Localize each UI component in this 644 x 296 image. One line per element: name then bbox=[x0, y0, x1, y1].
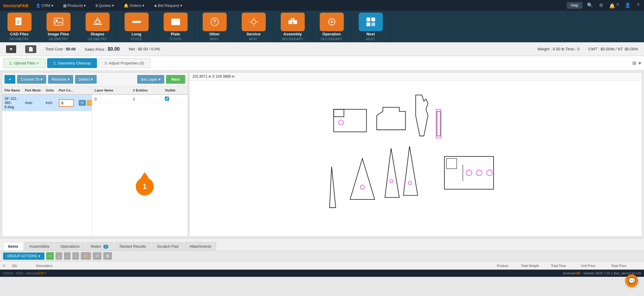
footer-version: SecturaFAB - Version 2024.7.25.1 [kec_de… bbox=[563, 271, 641, 275]
refresh-button[interactable]: ↺ bbox=[93, 252, 101, 260]
svg-rect-8 bbox=[96, 20, 99, 24]
tab-scratch-pad[interactable]: Scratch Pad bbox=[152, 242, 183, 250]
tab-attachments[interactable]: Attachments bbox=[184, 242, 216, 250]
remove-button[interactable]: Remove ▾ bbox=[48, 75, 73, 84]
group-actions-button[interactable]: GROUP ACTIONS ▾ bbox=[3, 253, 44, 260]
brand-logo[interactable]: SecturaFAB bbox=[3, 3, 29, 8]
bid-icon: ◈ bbox=[154, 3, 157, 8]
cat-other[interactable]: ? Other MISC bbox=[195, 11, 234, 42]
dropdown-arrow-button[interactable]: ▼ bbox=[6, 45, 16, 53]
nav-quotes[interactable]: $ Quotes ▾ bbox=[93, 2, 116, 9]
total-cost: Total Cost : $0.00 bbox=[45, 47, 76, 51]
add-row-button[interactable]: + bbox=[46, 252, 54, 260]
cat-image-files[interactable]: Image Files GEOMETRY bbox=[39, 11, 78, 42]
cost-bar: ▼ 📄 Total Cost : $0.00 Sales Price : $0.… bbox=[0, 42, 644, 56]
chevron-down-icon[interactable]: ▾ bbox=[639, 60, 641, 66]
bolt-row-button[interactable]: ⚡ bbox=[87, 100, 92, 106]
nest-icon bbox=[359, 13, 383, 31]
col-actions bbox=[76, 86, 92, 94]
settings-icon[interactable]: ⚙ bbox=[597, 2, 605, 8]
dropdown-arrow-icon: ▾ bbox=[84, 3, 86, 8]
svg-point-35 bbox=[466, 170, 472, 176]
col-layer-name: Layer Name bbox=[92, 86, 131, 94]
tables-container: File Name Part Mode Units Part Co... SF-… bbox=[2, 86, 188, 236]
notes-badge: 0 bbox=[103, 245, 109, 249]
filter-button[interactable]: ⚡ bbox=[81, 252, 91, 260]
svg-rect-10 bbox=[132, 21, 134, 23]
preview-canvas bbox=[189, 81, 642, 236]
cat-shapes[interactable]: Shapes GEOMETRY bbox=[78, 11, 117, 42]
tab-operations[interactable]: Operations bbox=[55, 242, 85, 250]
nav-orders[interactable]: 🔔 Orders ▾ bbox=[121, 2, 147, 9]
cat-cad-files[interactable]: CAD Files GEOMETRY bbox=[0, 11, 39, 42]
col-qty: Qty bbox=[12, 264, 30, 268]
tab-assemblies[interactable]: Assemblies bbox=[24, 242, 54, 250]
plate-label: Plate bbox=[171, 32, 180, 36]
nav-bid-request[interactable]: ◈ Bid Request ▾ bbox=[152, 2, 185, 9]
convert-to-button[interactable]: Convert To ▾ bbox=[17, 75, 47, 84]
file-list-table: File Name Part Mode Units Part Co... SF-… bbox=[2, 86, 92, 111]
operation-icon bbox=[320, 13, 344, 31]
help-icon[interactable]: ? bbox=[635, 3, 641, 8]
svg-rect-29 bbox=[437, 111, 440, 136]
help-button[interactable]: Help bbox=[567, 2, 583, 9]
chat-button[interactable]: 💬 bbox=[625, 274, 638, 287]
set-layer-button[interactable]: Set Layer ▾ bbox=[137, 75, 164, 84]
top-nav: SecturaFAB 👤 CRM ▾ ▦ Products ▾ $ Quotes… bbox=[0, 0, 644, 11]
layer-list-table: Layer Name # Entities Visible 0 2 bbox=[92, 86, 188, 104]
notification-icon[interactable]: 🔔 0 bbox=[608, 2, 620, 9]
remove-dropdown-icon: ▾ bbox=[68, 77, 70, 82]
category-bar: CAD Files GEOMETRY Image Files GEOMETRY … bbox=[0, 11, 644, 42]
cat-long[interactable]: Long STOCK bbox=[117, 11, 156, 42]
cat-service[interactable]: Service MISC bbox=[234, 11, 273, 42]
cell-part-count[interactable] bbox=[56, 94, 76, 111]
nav-products[interactable]: ▦ Products ▾ bbox=[61, 2, 88, 9]
copyright: ©2014 - 2023 - SecturaSOFT bbox=[3, 271, 46, 275]
detect-button[interactable]: Detect ▾ bbox=[75, 75, 97, 84]
cell-visible[interactable] bbox=[162, 94, 188, 104]
cad-files-label: CAD Files bbox=[10, 32, 29, 36]
table-row[interactable]: SF-101-365-8.dwg Auto inch ✏ ⚡ ✕ bbox=[2, 94, 92, 111]
col-part-count: Part Co... bbox=[56, 86, 76, 94]
operation-label: Operation bbox=[322, 32, 341, 36]
layer-visible-checkbox[interactable] bbox=[165, 97, 169, 101]
search-icon[interactable]: 🔍 bbox=[585, 2, 594, 8]
tab-nested-results[interactable]: Nested Results bbox=[114, 242, 151, 250]
layer-table: Layer Name # Entities Visible 0 2 bbox=[92, 86, 188, 236]
cat-assembly[interactable]: Assembly SECONDARY bbox=[273, 11, 312, 42]
table-row[interactable]: 0 2 bbox=[92, 94, 188, 104]
user-icon[interactable]: 👤 bbox=[623, 2, 632, 8]
next-button[interactable]: Next bbox=[166, 75, 185, 84]
part-count-input[interactable] bbox=[59, 99, 74, 107]
svg-rect-25 bbox=[334, 109, 366, 132]
tab-notes[interactable]: Notes 0 bbox=[86, 242, 113, 250]
step-controls: ⊞ ▾ bbox=[632, 60, 641, 66]
split-button[interactable]: | bbox=[56, 252, 62, 260]
service-icon bbox=[242, 13, 266, 31]
cell-part-mode: Auto bbox=[23, 94, 43, 111]
net-price: Net : $0.00 / 0.0% bbox=[129, 47, 160, 51]
svg-rect-26 bbox=[334, 109, 344, 117]
svg-rect-22 bbox=[371, 17, 375, 21]
remove-row-action-button[interactable]: - bbox=[64, 252, 71, 260]
col-total-weight: Total Weight bbox=[521, 264, 551, 268]
edit-row-button[interactable]: ✏ bbox=[79, 100, 86, 106]
tab-items[interactable]: Items bbox=[3, 242, 23, 250]
step-adjust[interactable]: 3. Adjust Properties (0) bbox=[98, 58, 150, 68]
cat-operation[interactable]: Operation SECONDARY bbox=[312, 11, 351, 42]
add-button[interactable]: + bbox=[5, 75, 15, 84]
text-button[interactable]: I bbox=[72, 252, 79, 260]
grid-view-icon[interactable]: ⊞ bbox=[632, 60, 636, 66]
steps-bar: 1. Upload Files ✓ 2. Geometry Cleanup 3.… bbox=[0, 56, 644, 70]
document-button[interactable]: 📄 bbox=[25, 45, 36, 53]
footer-columns-row: # Qty Description Product Total Weight T… bbox=[0, 261, 644, 270]
svg-point-15 bbox=[251, 19, 255, 24]
nav-crm[interactable]: 👤 CRM ▾ bbox=[33, 2, 56, 9]
svg-rect-34 bbox=[446, 159, 457, 169]
set-layer-dropdown-icon: ▾ bbox=[159, 77, 161, 82]
cat-nest[interactable]: Nest NEST bbox=[351, 11, 390, 42]
grid-toggle-button[interactable]: ⊞ bbox=[103, 252, 112, 260]
step-geometry[interactable]: 2. Geometry Cleanup bbox=[47, 58, 97, 68]
step-upload[interactable]: 1. Upload Files ✓ bbox=[3, 58, 46, 68]
cat-plate[interactable]: Plate STOCK bbox=[156, 11, 195, 42]
